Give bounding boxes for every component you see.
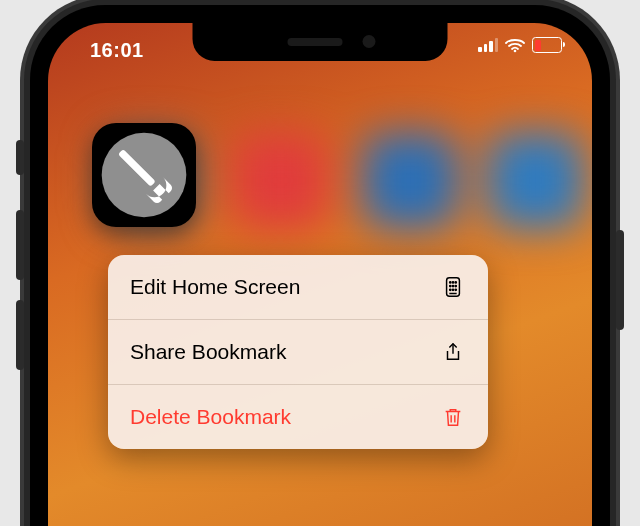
svg-point-6 (455, 282, 456, 283)
menu-item-delete-bookmark[interactable]: Delete Bookmark (108, 385, 488, 449)
svg-point-10 (450, 289, 451, 290)
side-button (616, 230, 624, 330)
context-menu: Edit Home Screen Share Bookmark (108, 255, 488, 449)
side-button (16, 140, 24, 175)
svg-point-12 (455, 289, 456, 290)
screen: 16:01 (48, 23, 592, 526)
wifi-icon (505, 38, 525, 53)
battery-icon (532, 37, 562, 53)
svg-point-4 (450, 282, 451, 283)
svg-point-5 (452, 282, 453, 283)
phone-frame: 16:01 (30, 5, 610, 526)
status-bar: 16:01 (48, 33, 592, 65)
menu-item-edit-home-screen[interactable]: Edit Home Screen (108, 255, 488, 320)
side-button (16, 300, 24, 370)
focused-app-icon[interactable] (92, 123, 196, 227)
side-button (16, 210, 24, 280)
wrench-icon (98, 129, 190, 221)
status-time: 16:01 (90, 39, 144, 62)
trash-icon (440, 404, 466, 430)
home-grid-icon (440, 274, 466, 300)
menu-item-share-bookmark[interactable]: Share Bookmark (108, 320, 488, 385)
svg-point-0 (514, 49, 517, 52)
share-icon (440, 339, 466, 365)
svg-point-9 (455, 285, 456, 286)
svg-point-11 (452, 289, 453, 290)
svg-point-7 (450, 285, 451, 286)
svg-point-8 (452, 285, 453, 286)
menu-item-label: Edit Home Screen (130, 275, 300, 299)
menu-item-label: Delete Bookmark (130, 405, 291, 429)
menu-item-label: Share Bookmark (130, 340, 286, 364)
cellular-icon (478, 38, 498, 52)
